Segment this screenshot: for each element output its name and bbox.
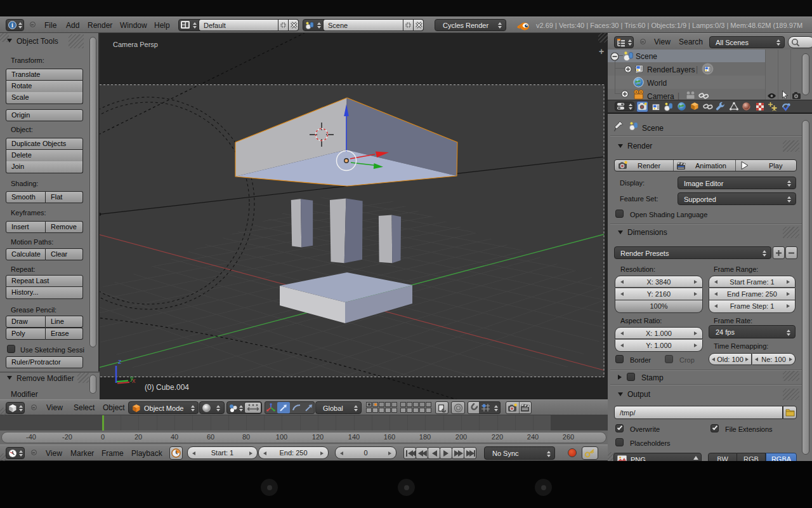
svg-text:i: i: [11, 22, 13, 29]
svg-text:z: z: [118, 358, 122, 365]
svg-text:x: x: [132, 377, 136, 384]
